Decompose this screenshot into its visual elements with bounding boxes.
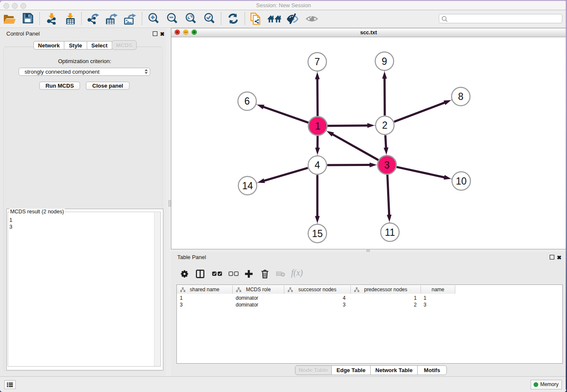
svg-text:7: 7 [314,56,320,67]
svg-text:11: 11 [385,227,395,238]
svg-text:8: 8 [458,91,464,102]
svg-text:6: 6 [245,96,250,107]
svg-text:4: 4 [315,160,320,171]
svg-text:15: 15 [312,228,323,239]
svg-text:3: 3 [384,160,390,171]
svg-text:10: 10 [456,176,467,187]
svg-text:2: 2 [382,120,388,131]
svg-text:9: 9 [382,56,387,67]
svg-text:14: 14 [242,180,253,191]
svg-text:1: 1 [315,121,320,132]
